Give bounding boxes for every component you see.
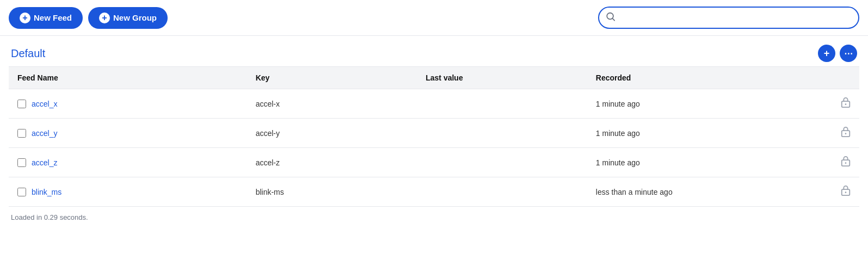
table-body: accel_x accel-x 1 minute ago accel_y acc… xyxy=(9,89,859,207)
lock-icon xyxy=(841,126,851,137)
svg-point-5 xyxy=(845,133,847,134)
feed-name-cell: accel_z xyxy=(9,148,247,177)
search-input[interactable] xyxy=(598,7,859,29)
lock-cell xyxy=(791,177,859,207)
lock-icon xyxy=(841,156,851,166)
feed-name-link-2[interactable]: accel_z xyxy=(32,158,57,167)
table-header-row: Feed Name Key Last value Recorded xyxy=(9,67,859,89)
group-more-options-button[interactable]: ⋯ xyxy=(840,45,857,62)
add-icon: + xyxy=(824,48,830,59)
key-cell: accel-y xyxy=(247,119,417,148)
table-row: blink_ms blink-ms less than a minute ago xyxy=(9,177,859,207)
last-value-cell xyxy=(417,89,587,119)
svg-point-7 xyxy=(845,162,847,164)
row-checkbox-1[interactable] xyxy=(17,129,26,138)
col-header-action xyxy=(791,67,859,89)
feed-name-link-1[interactable]: accel_y xyxy=(32,129,57,138)
table-row: accel_y accel-y 1 minute ago xyxy=(9,119,859,148)
recorded-cell: 1 minute ago xyxy=(587,148,791,177)
svg-point-3 xyxy=(845,103,847,105)
footer: Loaded in 0.29 seconds. xyxy=(0,207,868,228)
recorded-cell: less than a minute ago xyxy=(587,177,791,207)
feed-name-cell: blink_ms xyxy=(9,177,247,207)
row-checkbox-2[interactable] xyxy=(17,158,26,167)
feed-name-link-3[interactable]: blink_ms xyxy=(32,188,61,196)
recorded-cell: 1 minute ago xyxy=(587,119,791,148)
key-cell: blink-ms xyxy=(247,177,417,207)
group-actions: + ⋯ xyxy=(818,45,857,62)
group-header: Default + ⋯ xyxy=(9,36,859,67)
group-title: Default xyxy=(11,47,45,60)
table-row: accel_x accel-x 1 minute ago xyxy=(9,89,859,119)
lock-icon xyxy=(841,97,851,108)
last-value-cell xyxy=(417,119,587,148)
lock-cell xyxy=(791,119,859,148)
feed-name-cell: accel_x xyxy=(9,89,247,119)
footer-status: Loaded in 0.29 seconds. xyxy=(11,213,88,221)
lock-cell xyxy=(791,148,859,177)
table-row: accel_z accel-z 1 minute ago xyxy=(9,148,859,177)
key-cell: accel-z xyxy=(247,148,417,177)
key-cell: accel-x xyxy=(247,89,417,119)
top-bar-left: + New Feed + New Group xyxy=(9,7,168,29)
recorded-cell: 1 minute ago xyxy=(587,89,791,119)
svg-point-9 xyxy=(845,191,847,193)
new-feed-label: New Feed xyxy=(34,13,72,22)
feeds-table: Feed Name Key Last value Recorded accel_… xyxy=(9,67,859,207)
new-feed-button[interactable]: + New Feed xyxy=(9,7,83,29)
lock-icon xyxy=(841,185,851,196)
col-header-feed-name: Feed Name xyxy=(9,67,247,89)
svg-line-1 xyxy=(612,18,614,20)
search-wrapper xyxy=(598,7,859,29)
search-icon xyxy=(606,11,615,24)
main-content: Default + ⋯ Feed Name Key Last value Rec… xyxy=(0,36,868,207)
new-feed-plus-icon: + xyxy=(20,13,30,23)
lock-cell xyxy=(791,89,859,119)
last-value-cell xyxy=(417,177,587,207)
col-header-last-value: Last value xyxy=(417,67,587,89)
last-value-cell xyxy=(417,148,587,177)
table-header: Feed Name Key Last value Recorded xyxy=(9,67,859,89)
feed-name-cell: accel_y xyxy=(9,119,247,148)
new-group-button[interactable]: + New Group xyxy=(88,7,168,29)
row-checkbox-0[interactable] xyxy=(17,100,26,108)
top-bar: + New Feed + New Group xyxy=(0,0,868,36)
new-group-plus-icon: + xyxy=(99,13,110,23)
more-options-icon: ⋯ xyxy=(844,48,853,59)
col-header-key: Key xyxy=(247,67,417,89)
col-header-recorded: Recorded xyxy=(587,67,791,89)
add-feed-to-group-button[interactable]: + xyxy=(818,45,835,62)
feed-name-link-0[interactable]: accel_x xyxy=(32,100,57,108)
row-checkbox-3[interactable] xyxy=(17,188,26,196)
new-group-label: New Group xyxy=(113,13,157,22)
